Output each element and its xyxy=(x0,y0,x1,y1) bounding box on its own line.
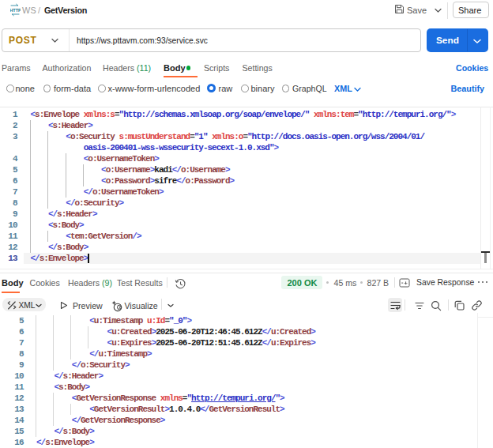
svg-text:HTTP: HTTP xyxy=(10,8,21,13)
